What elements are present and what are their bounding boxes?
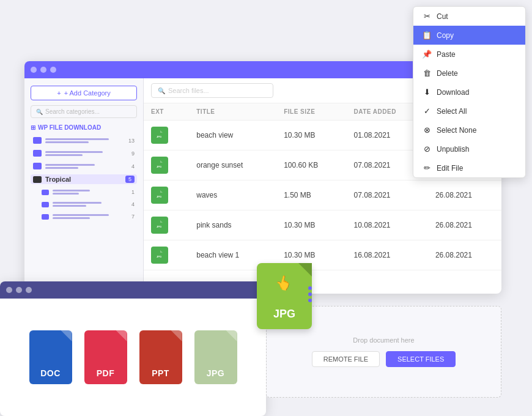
cell-dateadded-4: 16.08.2021 <box>346 240 427 270</box>
cell-datemod-3: 26.08.2021 <box>428 210 501 240</box>
context-menu-label-cut: Cut <box>437 12 448 21</box>
file-icon-1: JPG <box>151 157 168 174</box>
col-ext: EXT <box>144 103 189 121</box>
search-files-input[interactable]: 🔍 Search files... <box>151 83 273 98</box>
sidebar-item-1[interactable]: 13 <box>31 136 137 145</box>
context-menu-label-paste: Paste <box>437 50 456 59</box>
svg-text:JPG: JPG <box>157 165 161 168</box>
table-row[interactable]: JPG pink sands 10.30 MB 10.08.2021 26.08… <box>144 210 501 240</box>
copy-icon: 📋 <box>422 31 432 40</box>
col-title: TITLE <box>189 103 276 121</box>
sub-sidebar-bars-2 <box>53 202 128 207</box>
paste-icon: 📌 <box>422 50 432 59</box>
svg-text:JPG: JPG <box>157 255 161 258</box>
table-row[interactable]: JPG beach view 1 10.30 MB 16.08.2021 26.… <box>144 240 501 270</box>
sidebar: + + Add Category 🔍 Search categories... … <box>24 78 144 294</box>
folder-icon-tropical <box>33 176 42 183</box>
remote-file-button[interactable]: REMOTE FILE <box>312 351 380 367</box>
sidebar-item-2[interactable]: 9 <box>31 149 137 158</box>
delete-icon: 🗑 <box>422 69 432 78</box>
jpg-card: JPG <box>194 330 237 384</box>
sidebar-sub-item-1[interactable]: 1 <box>31 188 137 196</box>
cell-title-2: waves <box>189 180 276 210</box>
sidebar-sub-item-3[interactable]: 7 <box>31 212 137 221</box>
sidebar-count-3: 4 <box>131 163 135 169</box>
sidebar-bars-1 <box>45 138 125 143</box>
drop-buttons: REMOTE FILE SELECT FILES <box>312 351 456 367</box>
file-type-jpg: JPG <box>194 330 237 384</box>
cell-datemod-2: 26.08.2021 <box>428 180 501 210</box>
context-menu-label-edit-file: Edit File <box>437 164 463 173</box>
context-menu-label-download: Download <box>437 88 469 97</box>
plugin-label: ⊞ WP FILE DOWNLOAD <box>31 124 137 131</box>
folder-icon-1 <box>33 137 42 144</box>
floating-jpg-label: JPG <box>273 308 295 321</box>
file-icon-0: JPG <box>151 127 168 144</box>
search-icon: 🔍 <box>36 109 43 115</box>
search-files-icon: 🔍 <box>158 87 165 94</box>
connect-dot-2 <box>308 292 312 296</box>
connect-dots <box>308 286 312 305</box>
doc-label: DOC <box>40 368 61 378</box>
search-categories-placeholder: Search categories... <box>45 108 100 115</box>
unpublish-icon: ⊘ <box>422 144 432 154</box>
folder-icon-3 <box>33 163 42 169</box>
add-category-label: + Add Category <box>64 89 111 97</box>
folder-icon-2 <box>33 150 42 157</box>
cell-ext-3: JPG <box>144 210 189 240</box>
context-menu-item-download[interactable]: ⬇ Download <box>413 83 525 102</box>
table-row[interactable]: JPG waves 1.50 MB 07.08.2021 26.08.2021 <box>144 180 501 210</box>
add-category-button[interactable]: + + Add Category <box>31 86 137 100</box>
search-files-placeholder: Search files... <box>168 87 209 94</box>
sidebar-sub-item-2[interactable]: 4 <box>31 200 137 209</box>
ppt-card: PPT <box>139 330 182 384</box>
file-type-ppt: PPT <box>139 330 182 384</box>
context-menu-item-cut[interactable]: ✂ Cut <box>413 7 525 26</box>
svg-text:JPG: JPG <box>157 195 161 198</box>
titlebar-dot-2 <box>40 67 46 73</box>
doc-card: DOC <box>29 330 72 384</box>
sub-folder-icon-3 <box>42 214 49 220</box>
file-icon-2: JPG <box>151 187 168 204</box>
file-type-pdf: PDF <box>84 330 127 384</box>
ppt-label: PPT <box>152 368 169 378</box>
cut-icon: ✂ <box>422 12 432 21</box>
cell-title-3: pink sands <box>189 210 276 240</box>
file-type-doc: DOC <box>29 330 72 384</box>
titlebar-dot-3 <box>50 67 56 73</box>
context-menu: ✂ Cut 📋 Copy 📌 Paste 🗑 Delete ⬇ Download… <box>413 6 526 178</box>
context-menu-item-paste[interactable]: 📌 Paste <box>413 45 525 64</box>
active-item-badge: 5 <box>125 176 135 183</box>
context-menu-item-select-all[interactable]: ✓ Select All <box>413 102 525 121</box>
context-menu-label-select-none: Select None <box>437 126 476 135</box>
bottom-window: DOC PDF PPT JPG <box>0 281 266 416</box>
context-menu-item-unpublish[interactable]: ⊘ Unpublish <box>413 139 525 158</box>
select-files-button[interactable]: SELECT FILES <box>386 351 456 367</box>
search-categories-input[interactable]: 🔍 Search categories... <box>31 105 137 118</box>
context-menu-item-copy[interactable]: 📋 Copy <box>413 26 525 45</box>
bottom-dot-1 <box>6 287 12 293</box>
sidebar-bars-2 <box>45 151 128 156</box>
cell-dateadded-3: 10.08.2021 <box>346 210 427 240</box>
bottom-titlebar <box>0 281 266 299</box>
context-menu-item-edit-file[interactable]: ✏ Edit File <box>413 158 525 177</box>
cell-size-0: 10.30 MB <box>276 121 346 150</box>
sidebar-bars-3 <box>45 164 128 169</box>
context-menu-label-select-all: Select All <box>437 107 467 116</box>
context-menu-item-delete[interactable]: 🗑 Delete <box>413 64 525 83</box>
pdf-card: PDF <box>84 330 127 384</box>
bottom-dot-3 <box>26 287 32 293</box>
cell-ext-1: JPG <box>144 150 189 180</box>
sidebar-item-tropical[interactable]: Tropical 5 <box>31 174 137 184</box>
grid-icon: ⊞ <box>31 124 35 131</box>
drop-text: Drop document here <box>353 336 414 344</box>
select-none-icon: ⊗ <box>422 125 432 135</box>
sidebar-item-3[interactable]: 4 <box>31 162 137 171</box>
file-icon-3: JPG <box>151 217 168 234</box>
sub-sidebar-count-3: 7 <box>131 214 135 220</box>
context-menu-item-select-none[interactable]: ⊗ Select None <box>413 121 525 139</box>
pdf-label: PDF <box>97 368 115 378</box>
cell-title-0: beach view <box>189 121 276 150</box>
cell-ext-4: JPG <box>144 240 189 270</box>
edit-file-icon: ✏ <box>422 163 432 173</box>
